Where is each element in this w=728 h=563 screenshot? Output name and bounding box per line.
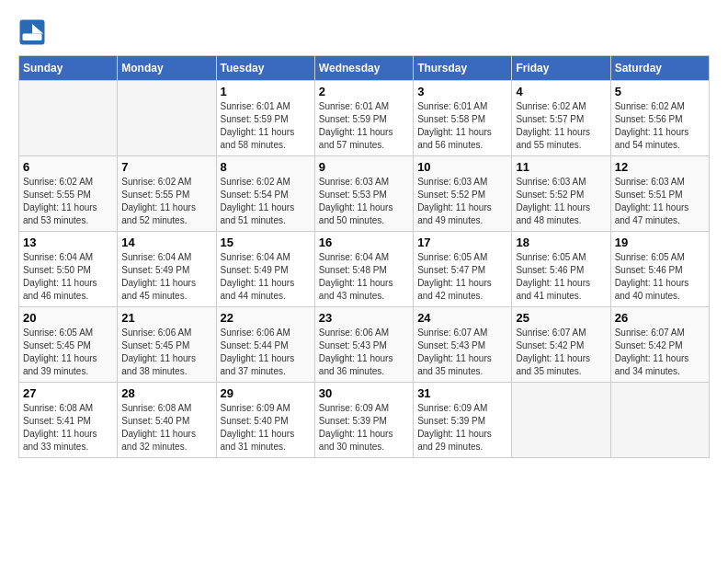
day-number: 19 xyxy=(615,236,705,249)
day-number: 23 xyxy=(319,311,409,325)
calendar-cell: 2Sunrise: 6:01 AM Sunset: 5:59 PM Daylig… xyxy=(314,81,413,156)
day-number: 10 xyxy=(417,160,507,174)
day-info: Sunrise: 6:05 AM Sunset: 5:47 PM Dayligh… xyxy=(417,251,507,303)
day-info: Sunrise: 6:03 AM Sunset: 5:52 PM Dayligh… xyxy=(417,176,507,227)
week-row-2: 6Sunrise: 6:02 AM Sunset: 5:55 PM Daylig… xyxy=(19,156,710,232)
day-number: 17 xyxy=(417,236,507,249)
day-header-tuesday: Tuesday xyxy=(216,56,314,81)
calendar-cell: 21Sunrise: 6:06 AM Sunset: 5:45 PM Dayli… xyxy=(118,307,216,383)
svg-rect-2 xyxy=(23,34,42,41)
calendar-cell: 1Sunrise: 6:01 AM Sunset: 5:59 PM Daylig… xyxy=(216,81,314,156)
day-number: 11 xyxy=(516,160,606,174)
day-info: Sunrise: 6:05 AM Sunset: 5:46 PM Dayligh… xyxy=(516,251,606,303)
day-info: Sunrise: 6:04 AM Sunset: 5:50 PM Dayligh… xyxy=(23,251,113,303)
day-info: Sunrise: 6:01 AM Sunset: 5:59 PM Dayligh… xyxy=(319,100,409,152)
calendar-cell: 4Sunrise: 6:02 AM Sunset: 5:57 PM Daylig… xyxy=(512,81,610,156)
logo xyxy=(18,18,51,46)
day-header-thursday: Thursday xyxy=(414,56,512,81)
day-info: Sunrise: 6:07 AM Sunset: 5:42 PM Dayligh… xyxy=(516,327,606,378)
day-number: 4 xyxy=(516,85,606,98)
day-number: 20 xyxy=(23,311,113,325)
calendar-cell: 24Sunrise: 6:07 AM Sunset: 5:43 PM Dayli… xyxy=(414,307,512,383)
day-header-friday: Friday xyxy=(512,56,610,81)
day-info: Sunrise: 6:08 AM Sunset: 5:40 PM Dayligh… xyxy=(121,402,211,454)
calendar-cell: 17Sunrise: 6:05 AM Sunset: 5:47 PM Dayli… xyxy=(414,232,512,307)
day-info: Sunrise: 6:02 AM Sunset: 5:56 PM Dayligh… xyxy=(615,100,705,152)
calendar-cell: 16Sunrise: 6:04 AM Sunset: 5:48 PM Dayli… xyxy=(314,232,413,307)
day-info: Sunrise: 6:02 AM Sunset: 5:55 PM Dayligh… xyxy=(121,176,211,227)
day-header-sunday: Sunday xyxy=(19,56,118,81)
day-info: Sunrise: 6:02 AM Sunset: 5:57 PM Dayligh… xyxy=(516,100,606,152)
calendar-cell xyxy=(118,81,216,156)
day-number: 15 xyxy=(221,236,311,249)
calendar-cell: 15Sunrise: 6:04 AM Sunset: 5:49 PM Dayli… xyxy=(216,232,314,307)
day-info: Sunrise: 6:07 AM Sunset: 5:42 PM Dayligh… xyxy=(615,327,705,378)
week-row-3: 13Sunrise: 6:04 AM Sunset: 5:50 PM Dayli… xyxy=(19,232,710,307)
day-number: 12 xyxy=(615,160,705,174)
day-info: Sunrise: 6:03 AM Sunset: 5:52 PM Dayligh… xyxy=(516,176,606,227)
day-header-saturday: Saturday xyxy=(610,56,709,81)
day-info: Sunrise: 6:05 AM Sunset: 5:45 PM Dayligh… xyxy=(23,327,113,378)
day-info: Sunrise: 6:06 AM Sunset: 5:44 PM Dayligh… xyxy=(221,327,311,378)
day-number: 9 xyxy=(319,160,409,174)
day-info: Sunrise: 6:06 AM Sunset: 5:43 PM Dayligh… xyxy=(319,327,409,378)
day-number: 27 xyxy=(23,386,113,400)
logo-icon xyxy=(18,18,46,46)
day-info: Sunrise: 6:04 AM Sunset: 5:49 PM Dayligh… xyxy=(121,251,211,303)
week-row-1: 1Sunrise: 6:01 AM Sunset: 5:59 PM Daylig… xyxy=(19,81,710,156)
calendar-cell: 13Sunrise: 6:04 AM Sunset: 5:50 PM Dayli… xyxy=(19,232,118,307)
day-info: Sunrise: 6:02 AM Sunset: 5:55 PM Dayligh… xyxy=(23,176,113,227)
page-header xyxy=(18,18,710,46)
day-number: 31 xyxy=(417,386,507,400)
calendar-cell: 25Sunrise: 6:07 AM Sunset: 5:42 PM Dayli… xyxy=(512,307,610,383)
day-number: 5 xyxy=(615,85,705,98)
calendar-cell: 23Sunrise: 6:06 AM Sunset: 5:43 PM Dayli… xyxy=(314,307,413,383)
day-number: 30 xyxy=(319,386,409,400)
calendar-cell: 14Sunrise: 6:04 AM Sunset: 5:49 PM Dayli… xyxy=(118,232,216,307)
day-info: Sunrise: 6:01 AM Sunset: 5:58 PM Dayligh… xyxy=(417,100,507,152)
calendar-cell: 9Sunrise: 6:03 AM Sunset: 5:53 PM Daylig… xyxy=(314,156,413,232)
calendar-cell xyxy=(19,81,118,156)
day-number: 26 xyxy=(615,311,705,325)
calendar-cell xyxy=(512,383,610,458)
week-row-4: 20Sunrise: 6:05 AM Sunset: 5:45 PM Dayli… xyxy=(19,307,710,383)
calendar-cell: 20Sunrise: 6:05 AM Sunset: 5:45 PM Dayli… xyxy=(19,307,118,383)
day-number: 22 xyxy=(221,311,311,325)
day-info: Sunrise: 6:04 AM Sunset: 5:49 PM Dayligh… xyxy=(221,251,311,303)
calendar-cell: 27Sunrise: 6:08 AM Sunset: 5:41 PM Dayli… xyxy=(19,383,118,458)
day-info: Sunrise: 6:09 AM Sunset: 5:39 PM Dayligh… xyxy=(417,402,507,454)
calendar-table: SundayMondayTuesdayWednesdayThursdayFrid… xyxy=(18,55,710,458)
day-header-monday: Monday xyxy=(118,56,216,81)
day-info: Sunrise: 6:03 AM Sunset: 5:53 PM Dayligh… xyxy=(319,176,409,227)
day-number: 13 xyxy=(23,236,113,249)
calendar-cell: 31Sunrise: 6:09 AM Sunset: 5:39 PM Dayli… xyxy=(414,383,512,458)
week-row-5: 27Sunrise: 6:08 AM Sunset: 5:41 PM Dayli… xyxy=(19,383,710,458)
calendar-cell: 12Sunrise: 6:03 AM Sunset: 5:51 PM Dayli… xyxy=(610,156,709,232)
calendar-cell: 22Sunrise: 6:06 AM Sunset: 5:44 PM Dayli… xyxy=(216,307,314,383)
calendar-cell: 30Sunrise: 6:09 AM Sunset: 5:39 PM Dayli… xyxy=(314,383,413,458)
calendar-cell: 7Sunrise: 6:02 AM Sunset: 5:55 PM Daylig… xyxy=(118,156,216,232)
day-info: Sunrise: 6:06 AM Sunset: 5:45 PM Dayligh… xyxy=(121,327,211,378)
day-number: 2 xyxy=(319,85,409,98)
day-info: Sunrise: 6:03 AM Sunset: 5:51 PM Dayligh… xyxy=(615,176,705,227)
calendar-cell: 10Sunrise: 6:03 AM Sunset: 5:52 PM Dayli… xyxy=(414,156,512,232)
day-number: 3 xyxy=(417,85,507,98)
day-number: 6 xyxy=(23,160,113,174)
calendar-cell: 11Sunrise: 6:03 AM Sunset: 5:52 PM Dayli… xyxy=(512,156,610,232)
day-info: Sunrise: 6:08 AM Sunset: 5:41 PM Dayligh… xyxy=(23,402,113,454)
day-info: Sunrise: 6:07 AM Sunset: 5:43 PM Dayligh… xyxy=(417,327,507,378)
day-info: Sunrise: 6:05 AM Sunset: 5:46 PM Dayligh… xyxy=(615,251,705,303)
calendar-cell: 29Sunrise: 6:09 AM Sunset: 5:40 PM Dayli… xyxy=(216,383,314,458)
calendar-cell: 18Sunrise: 6:05 AM Sunset: 5:46 PM Dayli… xyxy=(512,232,610,307)
calendar-cell: 19Sunrise: 6:05 AM Sunset: 5:46 PM Dayli… xyxy=(610,232,709,307)
calendar-cell xyxy=(610,383,709,458)
day-header-wednesday: Wednesday xyxy=(314,56,413,81)
day-number: 24 xyxy=(417,311,507,325)
calendar-cell: 8Sunrise: 6:02 AM Sunset: 5:54 PM Daylig… xyxy=(216,156,314,232)
day-number: 8 xyxy=(221,160,311,174)
day-number: 1 xyxy=(221,85,311,98)
day-number: 16 xyxy=(319,236,409,249)
day-number: 28 xyxy=(121,386,211,400)
days-header-row: SundayMondayTuesdayWednesdayThursdayFrid… xyxy=(19,56,710,81)
calendar-cell: 3Sunrise: 6:01 AM Sunset: 5:58 PM Daylig… xyxy=(414,81,512,156)
